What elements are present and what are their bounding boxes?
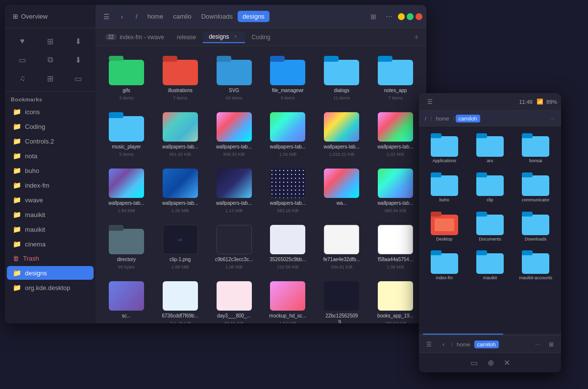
file-item-35265025[interactable]: 35265025c9bb... 210.56 KiB <box>263 221 313 273</box>
file-item-day3[interactable]: day3___800_... 88.65 KiB <box>209 277 259 323</box>
add-tab-button[interactable]: + <box>411 31 422 43</box>
file-item-wallpapers-1[interactable]: wallpapers-tab... 661.92 KiB <box>155 108 205 161</box>
file-item-wallpapers-2[interactable]: wallpapers-tab... 908.33 KiB <box>209 108 259 161</box>
sidebar-item-buho[interactable]: 📁 buho <box>7 164 94 177</box>
tab-close-button[interactable]: × <box>232 33 239 40</box>
close-button[interactable] <box>416 13 422 20</box>
overview-button[interactable]: ⊞ Overview <box>9 11 51 22</box>
move-action-icon[interactable]: ⊕ <box>488 358 494 367</box>
recent-icon[interactable]: ⬇ <box>65 32 92 50</box>
breadcrumb-root[interactable]: / <box>131 11 143 22</box>
tab-release[interactable]: release <box>171 32 202 43</box>
breadcrumb-home[interactable]: home <box>143 11 169 22</box>
overlay-bottom-grid-toggle[interactable]: ⊞ <box>544 338 558 351</box>
overlay-item-downloads[interactable]: Downloads <box>514 209 557 245</box>
file-meta: 3 items <box>119 96 133 100</box>
sidebar-item-coding[interactable]: 📁 Coding <box>7 120 94 133</box>
screen-icon[interactable]: ▭ <box>9 51 36 69</box>
overlay-breadcrumb-home[interactable]: home <box>433 115 452 122</box>
overlay-item-indexfm[interactable]: index-fm <box>423 247 466 284</box>
breadcrumb-downloads[interactable]: Downloads <box>196 11 238 22</box>
sidebar-item-mauikit2[interactable]: 📁 mauikit <box>7 222 94 236</box>
overlay-more-button[interactable]: ⋯ <box>547 115 558 123</box>
file-item-books-app[interactable]: books_app_19... 780.63 KiB <box>370 277 420 323</box>
file-item-sc-partial[interactable]: sc... <box>101 277 151 323</box>
film-icon[interactable]: ▭ <box>65 70 92 87</box>
overlay-item-communicator[interactable]: communicator <box>514 170 557 206</box>
overlay-item-buho[interactable]: buho <box>423 170 466 206</box>
overlay-toggle-button[interactable]: ☰ <box>423 95 437 109</box>
overlay-item-documents[interactable]: Documents <box>468 209 511 245</box>
file-item-f58aa44a[interactable]: f58aa44a5754... 1.08 MiB <box>370 221 420 273</box>
file-item-wallpapers-6[interactable]: wallpapers-tab... 1.84 MiB <box>101 165 151 217</box>
overlay-item-desktop[interactable]: Desktop <box>423 209 466 245</box>
overlay-item-bonsai[interactable]: bonsai <box>514 130 557 167</box>
music-icon[interactable]: ♫ <box>9 70 36 87</box>
overlay-bottom-more[interactable]: ⋯ <box>532 341 543 349</box>
window-action-icon[interactable]: ▭ <box>470 358 478 367</box>
tags-icon[interactable]: ⊞ <box>37 32 64 50</box>
tab-designs[interactable]: designs × <box>203 31 245 43</box>
minimize-button[interactable] <box>398 13 405 20</box>
overlay-breadcrumb-root[interactable]: / <box>422 115 429 122</box>
file-item-gifs[interactable]: gifs 3 items <box>101 52 151 104</box>
file-item-fe71ae4e[interactable]: fe71ae4e32dfb... 294.81 KiB <box>317 221 367 273</box>
tab-22[interactable]: 22 index-fm - vwave <box>99 32 170 43</box>
download-icon[interactable]: ⬇ <box>65 51 92 69</box>
maximize-button[interactable] <box>407 13 414 20</box>
bookmarks-label: Bookmarks <box>5 92 96 104</box>
overlay-item-applications[interactable]: Applications <box>423 130 466 167</box>
view-toggle-button[interactable]: ⊞ <box>367 10 380 24</box>
file-item-wallpapers-4[interactable]: wallpapers-tab... 1,019.22 KiB <box>317 108 367 161</box>
sidebar-item-mauikit1[interactable]: 📁 mauikit <box>7 208 94 221</box>
overlay-item-mauikit-accounts[interactable]: mauikit-accounts <box>514 247 557 284</box>
file-item-music-player[interactable]: music_player 5 items <box>101 108 151 161</box>
toggle-sidebar-button[interactable]: ☰ <box>99 10 113 24</box>
overlay-item-aru[interactable]: aru <box>468 130 511 167</box>
sidebar-item-trash[interactable]: 🗑 Trash <box>7 252 94 265</box>
overlay-bottom-back[interactable]: ‹ <box>437 338 450 351</box>
overlay-bottom-sidebar-toggle[interactable]: ☰ <box>422 338 436 351</box>
copy-icon[interactable]: ⧉ <box>37 51 64 69</box>
file-item-wallpapers-5[interactable]: wallpapers-tab... 2.02 MiB <box>370 108 420 161</box>
overlay-item-mauikit[interactable]: mauikit <box>468 247 511 284</box>
file-item-wallpapers-8[interactable]: wallpapers-tab... 1.13 MiB <box>209 165 259 217</box>
file-item-wallpapers-10[interactable]: wallpapers-tab... 660.94 KiB <box>370 165 420 217</box>
file-item-wallpapers-7[interactable]: wallpapers-tab... 1.26 MiB <box>155 165 205 217</box>
file-item-dialogs[interactable]: dialogs 11 items <box>317 52 367 104</box>
overlay-breadcrumb-camiloh[interactable]: camiloh <box>456 115 480 122</box>
sidebar-header: ⊞ Overview <box>5 5 96 28</box>
sidebar-item-nota[interactable]: 📁 nota <box>7 149 94 163</box>
file-item-directory[interactable]: directory 99 bytes <box>101 221 151 273</box>
photo-icon[interactable]: ⊞ <box>37 70 64 87</box>
sidebar-item-designs[interactable]: 📁 designs <box>7 266 94 280</box>
sidebar-item-vwave[interactable]: 📁 vwave <box>7 193 94 207</box>
sidebar-item-controls[interactable]: 📁 Controls.2 <box>7 134 94 148</box>
file-item-clip1[interactable]: UI clip-1.png 1.88 MiB <box>155 221 205 273</box>
tab-coding[interactable]: Coding <box>246 32 276 43</box>
file-item-notes-app[interactable]: notes_app 7 items <box>370 52 420 104</box>
file-item-22bc12[interactable]: 22bc125625099... 2.00 MiB <box>317 277 367 323</box>
sidebar-item-org-kde[interactable]: 📁 org.kde.desktop <box>7 281 94 294</box>
overlay-bottom-camiloh[interactable]: camiloh <box>474 340 499 348</box>
back-button[interactable]: ‹ <box>115 10 129 24</box>
file-item-c9b612[interactable]: c9b612c3ecc3c... 1.08 MiB <box>209 221 259 273</box>
file-item-filemanagewr[interactable]: file_managewr 9 items <box>263 52 313 104</box>
file-item-wallpapers-9[interactable]: wallpapers-tab... 583.16 KiB <box>263 165 313 217</box>
file-item-svg[interactable]: SVG 43 items <box>209 52 259 104</box>
breadcrumb-camilo[interactable]: camilo <box>168 11 196 22</box>
overlay-item-clip[interactable]: clip <box>468 170 511 206</box>
file-item-wallpapers-3[interactable]: wallpapers-tab... 1.09 MiB <box>263 108 313 161</box>
close-action-icon[interactable]: ✕ <box>504 358 510 367</box>
sidebar-item-cinema[interactable]: 📁 cinema <box>7 237 94 251</box>
file-item-wa-partial[interactable]: wa... <box>317 165 367 217</box>
breadcrumb-designs[interactable]: designs <box>238 11 270 22</box>
favorites-icon[interactable]: ♥ <box>9 32 36 50</box>
file-item-illustrations[interactable]: illustrations 7 items <box>155 52 205 104</box>
file-item-6736cddf[interactable]: 6736cddf7f69b... 211.78 KiB <box>155 277 205 323</box>
more-button[interactable]: ⋯ <box>382 10 396 24</box>
overlay-bottom-home[interactable]: home <box>454 340 473 348</box>
file-item-mockup[interactable]: mockup_hd_sc... 1.53 MiB <box>263 277 313 323</box>
sidebar-item-indexfm[interactable]: 📁 index-fm <box>7 178 94 192</box>
sidebar-item-icons[interactable]: 📁 icons <box>7 105 94 119</box>
